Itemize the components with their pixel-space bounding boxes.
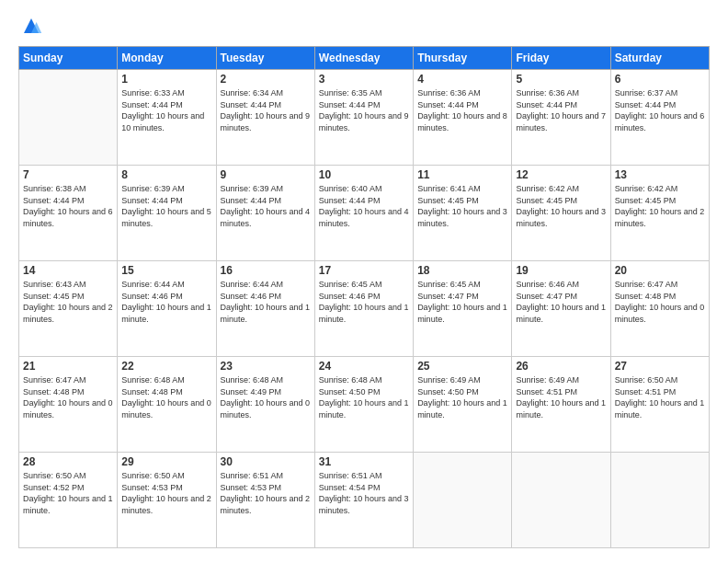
calendar-cell xyxy=(512,453,610,548)
calendar-cell: 31Sunrise: 6:51 AM Sunset: 4:54 PM Dayli… xyxy=(314,453,413,548)
day-info: Sunrise: 6:45 AM Sunset: 4:46 PM Dayligh… xyxy=(319,279,409,325)
day-info: Sunrise: 6:46 AM Sunset: 4:47 PM Dayligh… xyxy=(516,279,606,325)
calendar-cell: 11Sunrise: 6:41 AM Sunset: 4:45 PM Dayli… xyxy=(414,166,512,261)
day-number: 15 xyxy=(121,264,211,277)
day-number: 9 xyxy=(221,168,311,181)
day-info: Sunrise: 6:51 AM Sunset: 4:54 PM Dayligh… xyxy=(319,470,409,516)
day-info: Sunrise: 6:44 AM Sunset: 4:46 PM Dayligh… xyxy=(121,279,211,325)
calendar-cell: 13Sunrise: 6:42 AM Sunset: 4:45 PM Dayli… xyxy=(610,166,709,261)
calendar-weekday-sunday: Sunday xyxy=(19,47,118,70)
header xyxy=(18,15,710,37)
day-number: 24 xyxy=(319,360,409,373)
day-info: Sunrise: 6:41 AM Sunset: 4:45 PM Dayligh… xyxy=(417,183,507,229)
day-info: Sunrise: 6:45 AM Sunset: 4:47 PM Dayligh… xyxy=(417,279,507,325)
calendar-cell: 17Sunrise: 6:45 AM Sunset: 4:46 PM Dayli… xyxy=(314,261,413,357)
calendar-cell xyxy=(19,70,118,166)
day-info: Sunrise: 6:39 AM Sunset: 4:44 PM Dayligh… xyxy=(221,183,311,229)
day-info: Sunrise: 6:36 AM Sunset: 4:44 PM Dayligh… xyxy=(516,87,606,133)
day-number: 22 xyxy=(121,360,211,373)
day-info: Sunrise: 6:34 AM Sunset: 4:44 PM Dayligh… xyxy=(221,87,311,133)
day-number: 5 xyxy=(516,73,606,86)
day-info: Sunrise: 6:50 AM Sunset: 4:51 PM Dayligh… xyxy=(615,374,705,420)
day-number: 12 xyxy=(516,168,606,181)
day-info: Sunrise: 6:47 AM Sunset: 4:48 PM Dayligh… xyxy=(615,279,705,325)
day-number: 14 xyxy=(23,264,113,277)
calendar-cell xyxy=(414,453,512,548)
day-number: 2 xyxy=(221,73,311,86)
calendar-cell: 1Sunrise: 6:33 AM Sunset: 4:44 PM Daylig… xyxy=(118,70,216,166)
calendar-weekday-wednesday: Wednesday xyxy=(314,47,413,70)
day-number: 7 xyxy=(23,168,113,181)
calendar-cell: 25Sunrise: 6:49 AM Sunset: 4:50 PM Dayli… xyxy=(414,357,512,453)
calendar-cell xyxy=(610,453,709,548)
day-info: Sunrise: 6:48 AM Sunset: 4:49 PM Dayligh… xyxy=(221,374,311,420)
day-number: 10 xyxy=(319,168,409,181)
calendar-cell: 2Sunrise: 6:34 AM Sunset: 4:44 PM Daylig… xyxy=(216,70,314,166)
calendar-cell: 28Sunrise: 6:50 AM Sunset: 4:52 PM Dayli… xyxy=(19,453,118,548)
day-info: Sunrise: 6:42 AM Sunset: 4:45 PM Dayligh… xyxy=(615,183,705,229)
day-number: 27 xyxy=(615,360,705,373)
page: SundayMondayTuesdayWednesdayThursdayFrid… xyxy=(0,0,728,563)
day-number: 3 xyxy=(319,73,409,86)
calendar-cell: 24Sunrise: 6:48 AM Sunset: 4:50 PM Dayli… xyxy=(314,357,413,453)
calendar-cell: 7Sunrise: 6:38 AM Sunset: 4:44 PM Daylig… xyxy=(19,166,118,261)
day-info: Sunrise: 6:51 AM Sunset: 4:53 PM Dayligh… xyxy=(221,470,311,516)
day-info: Sunrise: 6:38 AM Sunset: 4:44 PM Dayligh… xyxy=(23,183,113,229)
calendar-weekday-thursday: Thursday xyxy=(414,47,512,70)
calendar-cell: 9Sunrise: 6:39 AM Sunset: 4:44 PM Daylig… xyxy=(216,166,314,261)
day-number: 29 xyxy=(121,455,211,468)
day-number: 26 xyxy=(516,360,606,373)
calendar-cell: 23Sunrise: 6:48 AM Sunset: 4:49 PM Dayli… xyxy=(216,357,314,453)
day-info: Sunrise: 6:49 AM Sunset: 4:50 PM Dayligh… xyxy=(417,374,507,420)
calendar-weekday-friday: Friday xyxy=(512,47,610,70)
day-number: 28 xyxy=(23,455,113,468)
calendar-cell: 29Sunrise: 6:50 AM Sunset: 4:53 PM Dayli… xyxy=(118,453,216,548)
day-number: 8 xyxy=(121,168,211,181)
day-number: 23 xyxy=(221,360,311,373)
calendar-weekday-tuesday: Tuesday xyxy=(216,47,314,70)
calendar-header-row: SundayMondayTuesdayWednesdayThursdayFrid… xyxy=(19,47,710,70)
day-number: 13 xyxy=(615,168,705,181)
calendar-cell: 5Sunrise: 6:36 AM Sunset: 4:44 PM Daylig… xyxy=(512,70,610,166)
calendar-week-row: 28Sunrise: 6:50 AM Sunset: 4:52 PM Dayli… xyxy=(19,453,710,548)
day-number: 17 xyxy=(319,264,409,277)
day-info: Sunrise: 6:47 AM Sunset: 4:48 PM Dayligh… xyxy=(23,374,113,420)
calendar-cell: 4Sunrise: 6:36 AM Sunset: 4:44 PM Daylig… xyxy=(414,70,512,166)
day-number: 16 xyxy=(221,264,311,277)
day-info: Sunrise: 6:43 AM Sunset: 4:45 PM Dayligh… xyxy=(23,279,113,325)
day-info: Sunrise: 6:49 AM Sunset: 4:51 PM Dayligh… xyxy=(516,374,606,420)
day-number: 31 xyxy=(319,455,409,468)
logo xyxy=(18,15,42,37)
calendar-cell: 16Sunrise: 6:44 AM Sunset: 4:46 PM Dayli… xyxy=(216,261,314,357)
day-number: 11 xyxy=(417,168,507,181)
calendar-weekday-saturday: Saturday xyxy=(610,47,709,70)
day-info: Sunrise: 6:40 AM Sunset: 4:44 PM Dayligh… xyxy=(319,183,409,229)
calendar-cell: 27Sunrise: 6:50 AM Sunset: 4:51 PM Dayli… xyxy=(610,357,709,453)
calendar-cell: 18Sunrise: 6:45 AM Sunset: 4:47 PM Dayli… xyxy=(414,261,512,357)
calendar-week-row: 7Sunrise: 6:38 AM Sunset: 4:44 PM Daylig… xyxy=(19,166,710,261)
day-number: 4 xyxy=(417,73,507,86)
logo-icon xyxy=(20,15,42,37)
day-number: 6 xyxy=(615,73,705,86)
day-info: Sunrise: 6:37 AM Sunset: 4:44 PM Dayligh… xyxy=(615,87,705,133)
day-info: Sunrise: 6:48 AM Sunset: 4:48 PM Dayligh… xyxy=(121,374,211,420)
day-info: Sunrise: 6:39 AM Sunset: 4:44 PM Dayligh… xyxy=(121,183,211,229)
day-info: Sunrise: 6:42 AM Sunset: 4:45 PM Dayligh… xyxy=(516,183,606,229)
calendar-week-row: 1Sunrise: 6:33 AM Sunset: 4:44 PM Daylig… xyxy=(19,70,710,166)
calendar-cell: 10Sunrise: 6:40 AM Sunset: 4:44 PM Dayli… xyxy=(314,166,413,261)
day-number: 21 xyxy=(23,360,113,373)
day-number: 18 xyxy=(417,264,507,277)
calendar-cell: 22Sunrise: 6:48 AM Sunset: 4:48 PM Dayli… xyxy=(118,357,216,453)
calendar-cell: 6Sunrise: 6:37 AM Sunset: 4:44 PM Daylig… xyxy=(610,70,709,166)
calendar-cell: 15Sunrise: 6:44 AM Sunset: 4:46 PM Dayli… xyxy=(118,261,216,357)
day-info: Sunrise: 6:50 AM Sunset: 4:53 PM Dayligh… xyxy=(121,470,211,516)
calendar-cell: 26Sunrise: 6:49 AM Sunset: 4:51 PM Dayli… xyxy=(512,357,610,453)
calendar-cell: 21Sunrise: 6:47 AM Sunset: 4:48 PM Dayli… xyxy=(19,357,118,453)
calendar-week-row: 21Sunrise: 6:47 AM Sunset: 4:48 PM Dayli… xyxy=(19,357,710,453)
day-number: 25 xyxy=(417,360,507,373)
day-number: 30 xyxy=(221,455,311,468)
calendar-cell: 30Sunrise: 6:51 AM Sunset: 4:53 PM Dayli… xyxy=(216,453,314,548)
day-info: Sunrise: 6:33 AM Sunset: 4:44 PM Dayligh… xyxy=(121,87,211,133)
calendar-cell: 3Sunrise: 6:35 AM Sunset: 4:44 PM Daylig… xyxy=(314,70,413,166)
day-info: Sunrise: 6:35 AM Sunset: 4:44 PM Dayligh… xyxy=(319,87,409,133)
